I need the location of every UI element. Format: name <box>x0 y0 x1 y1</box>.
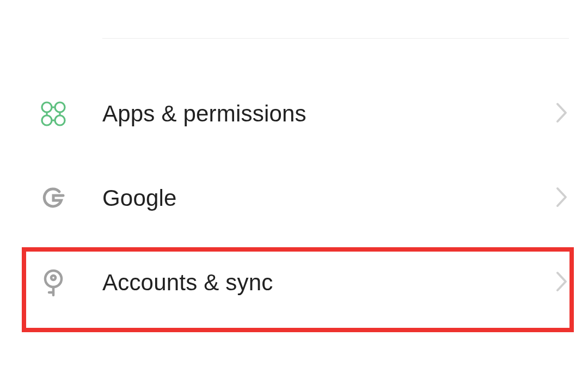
section-gap <box>0 39 588 71</box>
settings-item-label: Apps & permissions <box>102 101 555 127</box>
settings-list: Apps & permissions Google <box>0 38 588 325</box>
apps-icon <box>39 100 68 128</box>
settings-item-google[interactable]: Google <box>0 156 588 240</box>
key-icon <box>39 268 68 297</box>
svg-point-9 <box>51 276 56 280</box>
google-icon <box>39 184 68 212</box>
chevron-right-icon <box>555 101 569 126</box>
chevron-right-icon <box>555 186 569 211</box>
svg-rect-0 <box>42 102 52 112</box>
svg-rect-2 <box>42 115 52 125</box>
settings-item-label: Google <box>102 185 555 211</box>
svg-rect-1 <box>55 102 65 112</box>
settings-item-accounts-sync[interactable]: Accounts & sync <box>0 240 588 325</box>
chevron-right-icon <box>555 270 569 295</box>
svg-rect-3 <box>55 115 65 125</box>
settings-item-label: Accounts & sync <box>102 270 555 296</box>
settings-item-apps-permissions[interactable]: Apps & permissions <box>0 71 588 156</box>
